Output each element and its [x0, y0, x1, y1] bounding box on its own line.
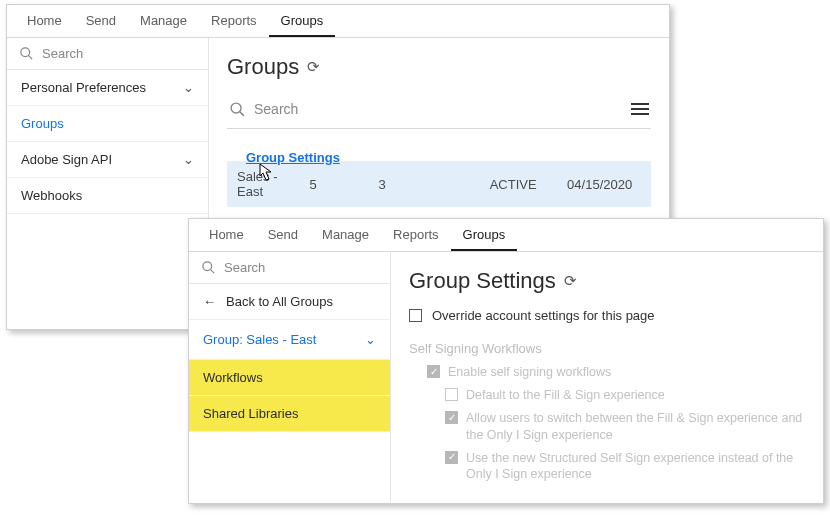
top-nav: Home Send Manage Reports Groups: [189, 219, 823, 252]
refresh-icon[interactable]: ⟳: [564, 272, 577, 290]
top-nav: Home Send Manage Reports Groups: [7, 5, 669, 38]
override-label: Override account settings for this page: [432, 308, 655, 323]
sidebar-item-label: Workflows: [203, 370, 263, 385]
sidebar-item-shared-libraries[interactable]: Shared Libraries: [189, 396, 390, 432]
cell-count-a: 5: [303, 177, 372, 192]
back-label: Back to All Groups: [226, 294, 333, 309]
sidebar-item-label: Shared Libraries: [203, 406, 298, 421]
nav-reports[interactable]: Reports: [199, 5, 269, 37]
sidebar: Search ← Back to All Groups Group: Sales…: [189, 252, 391, 502]
checkbox-icon[interactable]: [445, 388, 458, 401]
sidebar-item-label: Groups: [21, 116, 64, 131]
panel-group-settings: Home Send Manage Reports Groups Search ←…: [188, 218, 824, 504]
nav-home[interactable]: Home: [15, 5, 74, 37]
search-icon: [201, 260, 216, 275]
sidebar-item-label: Personal Preferences: [21, 80, 146, 95]
svg-line-3: [240, 111, 244, 115]
main-search-text: Search: [254, 101, 298, 117]
nav-groups[interactable]: Groups: [451, 219, 518, 251]
sidebar-item-webhooks[interactable]: Webhooks: [7, 178, 208, 214]
nav-manage[interactable]: Manage: [310, 219, 381, 251]
hamburger-icon[interactable]: [631, 100, 649, 118]
chevron-down-icon: ⌄: [183, 80, 194, 95]
chevron-down-icon: ⌄: [183, 152, 194, 167]
search-icon: [229, 101, 246, 118]
sidebar: Search Personal Preferences ⌄ Groups Ado…: [7, 38, 209, 328]
cell-status: ACTIVE: [484, 177, 561, 192]
opt-label: Allow users to switch between the Fill &…: [466, 410, 805, 444]
sidebar-item-workflows[interactable]: Workflows: [189, 360, 390, 396]
checkbox-icon[interactable]: ✓: [445, 451, 458, 464]
refresh-icon[interactable]: ⟳: [307, 58, 320, 76]
sidebar-search[interactable]: Search: [7, 38, 208, 70]
opt-allow-switch: ✓ Allow users to switch between the Fill…: [445, 410, 805, 444]
nav-reports[interactable]: Reports: [381, 219, 451, 251]
opt-default-fill-sign: Default to the Fill & Sign experience: [445, 387, 805, 404]
sidebar-search-text: Search: [42, 46, 83, 61]
page-title: Groups ⟳: [227, 54, 651, 80]
checkbox-icon[interactable]: ✓: [427, 365, 440, 378]
group-selector[interactable]: Group: Sales - East ⌄: [189, 320, 390, 360]
main-search[interactable]: Search: [229, 101, 298, 118]
opt-structured-self-sign: ✓ Use the new Structured Self Sign exper…: [445, 450, 805, 484]
section-heading: Self Signing Workflows: [409, 341, 805, 356]
main-content: Group Settings ⟳ Override account settin…: [391, 252, 823, 502]
svg-point-0: [21, 48, 30, 57]
sidebar-search[interactable]: Search: [189, 252, 390, 284]
arrow-left-icon: ←: [203, 294, 216, 309]
opt-label: Enable self signing workflows: [448, 364, 611, 381]
sidebar-item-adobe-sign-api[interactable]: Adobe Sign API ⌄: [7, 142, 208, 178]
cell-count-b: 3: [373, 177, 484, 192]
nav-send[interactable]: Send: [74, 5, 128, 37]
opt-enable-self-signing: ✓ Enable self signing workflows: [427, 364, 805, 381]
back-to-groups[interactable]: ← Back to All Groups: [189, 284, 390, 320]
svg-point-2: [231, 103, 241, 113]
page-title-text: Groups: [227, 54, 299, 80]
sidebar-item-label: Webhooks: [21, 188, 82, 203]
sidebar-item-personal-prefs[interactable]: Personal Preferences ⌄: [7, 70, 208, 106]
opt-label: Default to the Fill & Sign experience: [466, 387, 665, 404]
group-settings-link[interactable]: Group Settings: [246, 150, 340, 165]
chevron-down-icon: ⌄: [365, 332, 376, 347]
table-row[interactable]: Sales - East 5 3 ACTIVE 04/15/2020: [227, 161, 651, 207]
svg-point-4: [203, 262, 212, 271]
cell-name: Sales - East: [231, 169, 303, 199]
cell-date: 04/15/2020: [561, 177, 647, 192]
page-title-text: Group Settings: [409, 268, 556, 294]
svg-line-1: [28, 55, 32, 59]
checkbox-icon[interactable]: ✓: [445, 411, 458, 424]
nav-manage[interactable]: Manage: [128, 5, 199, 37]
sidebar-item-groups[interactable]: Groups: [7, 106, 208, 142]
nav-groups[interactable]: Groups: [269, 5, 336, 37]
sidebar-item-label: Adobe Sign API: [21, 152, 112, 167]
override-checkbox[interactable]: [409, 309, 422, 322]
svg-line-5: [210, 269, 214, 273]
sidebar-search-text: Search: [224, 260, 265, 275]
nav-home[interactable]: Home: [197, 219, 256, 251]
nav-send[interactable]: Send: [256, 219, 310, 251]
search-icon: [19, 46, 34, 61]
group-label: Group: Sales - East: [203, 332, 316, 347]
page-title: Group Settings ⟳: [409, 268, 805, 294]
opt-label: Use the new Structured Self Sign experie…: [466, 450, 805, 484]
